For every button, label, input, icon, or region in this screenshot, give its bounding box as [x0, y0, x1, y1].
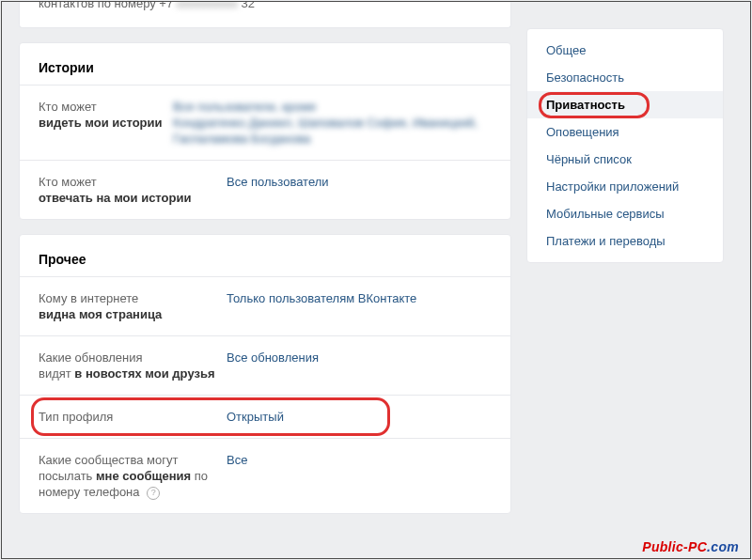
community-messages-row: Какие сообщества могут посылать мне сооб… — [20, 438, 510, 513]
news-updates-label: Какие обновления видят в новостях мои др… — [39, 350, 227, 381]
story-view-row: Кто может видеть мои истории Все пользов… — [20, 85, 510, 160]
sidebar-item-blacklist[interactable]: Чёрный список — [527, 146, 723, 173]
profile-type-value[interactable]: Открытый — [227, 409, 284, 425]
settings-sidebar: Общее Безопасность Приватность Оповещени… — [526, 2, 724, 558]
profile-type-label: Тип профиля — [39, 409, 227, 425]
page-visibility-row: Кому в интернете видна моя страница Толь… — [20, 276, 510, 335]
sidebar-item-notifications[interactable]: Оповещения — [527, 118, 723, 146]
fragment-blurred: xxxxxxxxxx — [177, 1, 238, 10]
sidebar-item-general[interactable]: Общее — [527, 37, 723, 64]
story-reply-row: Кто может отвечать на мои истории Все по… — [20, 160, 510, 219]
news-updates-value[interactable]: Все обновления — [227, 350, 319, 366]
sidebar-item-privacy[interactable]: Приватность — [527, 91, 723, 118]
main-content: контактов по номеру +7 xxxxxxxxxx 32 Ист… — [19, 2, 511, 558]
watermark: Public-PC.com — [642, 539, 739, 554]
fragment-prefix: контактов по номеру +7 — [39, 1, 173, 10]
page-visibility-label: Кому в интернете видна моя страница — [39, 290, 227, 322]
sidebar-menu: Общее Безопасность Приватность Оповещени… — [526, 28, 724, 263]
profile-type-row: Тип профиля Открытый — [20, 395, 510, 438]
highlight-indicator — [539, 92, 650, 118]
story-view-value[interactable]: Все пользователи, кроме Кондратенко Дани… — [173, 99, 492, 147]
community-messages-label: Какие сообщества могут посылать мне сооб… — [39, 452, 227, 500]
stories-section: Истории Кто может видеть мои истории Все… — [19, 42, 511, 220]
watermark-part1: Public-PC — [642, 539, 707, 554]
other-section: Прочее Кому в интернете видна моя страни… — [19, 234, 511, 514]
story-view-label: Кто может видеть мои истории — [39, 99, 173, 131]
sidebar-item-security[interactable]: Безопасность — [527, 64, 723, 91]
stories-title: Истории — [20, 43, 510, 85]
sidebar-item-payments[interactable]: Платежи и переводы — [527, 227, 723, 255]
news-updates-row: Какие обновления видят в новостях мои др… — [20, 335, 510, 395]
help-icon[interactable]: ? — [147, 487, 160, 500]
sidebar-item-app-settings[interactable]: Настройки приложений — [527, 173, 723, 200]
fragment-suffix: 32 — [241, 1, 254, 10]
sidebar-item-mobile[interactable]: Мобильные сервисы — [527, 200, 723, 227]
page-visibility-value[interactable]: Только пользователям ВКонтакте — [227, 290, 416, 306]
story-reply-label: Кто может отвечать на мои истории — [39, 174, 227, 206]
story-reply-value[interactable]: Все пользователи — [227, 174, 329, 190]
other-title: Прочее — [20, 235, 510, 276]
prev-section-fragment: контактов по номеру +7 xxxxxxxxxx 32 — [19, 2, 511, 28]
community-messages-value[interactable]: Все — [227, 452, 247, 468]
watermark-part2: .com — [707, 539, 739, 554]
